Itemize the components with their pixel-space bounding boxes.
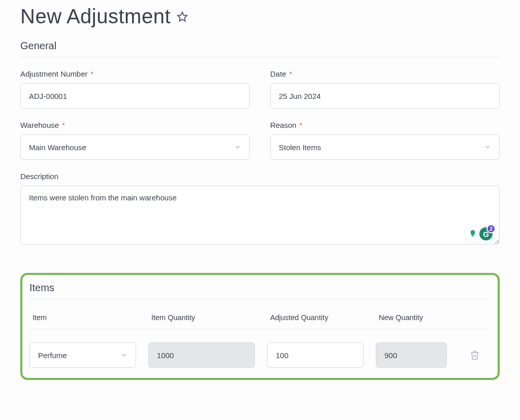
adjustment-number-input[interactable] (20, 83, 250, 109)
item-quantity-readonly: 1000 (148, 342, 255, 368)
date-label: Date (270, 69, 286, 78)
reason-select[interactable]: Stolen Items (270, 134, 500, 160)
required-marker: * (289, 70, 292, 78)
chevron-down-icon (234, 144, 241, 151)
item-selected-value: Perfume (38, 351, 67, 360)
reason-selected-value: Stolen Items (279, 143, 321, 152)
grammarly-widget[interactable]: G 2 (465, 226, 495, 241)
warehouse-label: Warehouse (20, 121, 59, 129)
items-header-item: Item (32, 313, 139, 322)
chevron-down-icon (120, 352, 127, 359)
items-header-adj-qty: Adjusted Quantity (270, 313, 367, 322)
items-header-new-qty: New Quantity (379, 313, 450, 322)
reason-label: Reason (270, 121, 297, 129)
date-input[interactable] (270, 83, 500, 109)
chevron-down-icon (484, 144, 491, 151)
required-marker: * (300, 121, 302, 129)
description-label: Description (20, 172, 58, 181)
svg-rect-1 (472, 236, 474, 237)
grammarly-count-badge: 2 (486, 224, 496, 233)
items-row: Perfume 1000 900 (29, 342, 491, 368)
page-title: New Adjustment (20, 5, 171, 28)
required-marker: * (91, 70, 93, 78)
delete-row-icon[interactable] (470, 349, 480, 361)
item-select[interactable]: Perfume (29, 342, 136, 368)
items-header-item-qty: Item Quantity (151, 313, 258, 322)
favorite-star-icon[interactable] (177, 11, 188, 22)
adjusted-quantity-input[interactable] (267, 342, 364, 368)
general-section-title: General (20, 40, 500, 57)
adjustment-number-label: Adjustment Number (20, 69, 88, 78)
items-section-title: Items (29, 282, 491, 299)
suggestion-bulb-icon (467, 228, 478, 239)
warehouse-select[interactable]: Main Warehouse (20, 134, 250, 160)
new-quantity-readonly: 900 (376, 342, 447, 368)
svg-marker-0 (178, 12, 187, 20)
warehouse-selected-value: Main Warehouse (29, 143, 86, 152)
description-textarea[interactable] (20, 186, 500, 244)
required-marker: * (62, 121, 64, 129)
